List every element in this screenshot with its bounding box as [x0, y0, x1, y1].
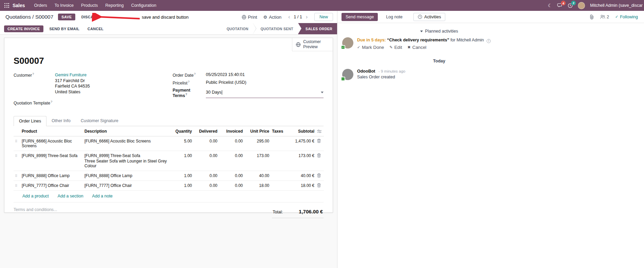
tab-other-info[interactable]: Other Info: [46, 116, 76, 126]
payment-terms-field[interactable]: 30 Days: [206, 88, 324, 98]
order-date-field[interactable]: 05/25/2023 15:40:01: [206, 72, 245, 78]
optional-columns-icon[interactable]: [317, 129, 321, 133]
drag-handle-icon[interactable]: ⠿: [15, 174, 17, 178]
cell-taxes[interactable]: [271, 181, 287, 191]
drag-handle-icon[interactable]: ⠿: [15, 184, 17, 188]
cell-product[interactable]: [FURN_8888] Office Lamp: [20, 171, 83, 181]
app-name[interactable]: Sales: [13, 3, 25, 8]
cell-quantity[interactable]: 1.00: [170, 181, 193, 191]
activities-button[interactable]: 2: [568, 3, 573, 8]
message-author: OdooBot: [357, 69, 375, 74]
main-layout: Quotations / S00007 SAVE DISCARD save an…: [0, 11, 644, 268]
cell-invoiced[interactable]: 0.00: [219, 171, 244, 181]
cell-description[interactable]: [FURN_8999] Three-Seat Sofa Three Seater…: [83, 151, 170, 171]
topbar-right: ☾ 4 2 Mitchell Admin (save_discar: [548, 2, 644, 9]
cell-invoiced[interactable]: 0.00: [219, 151, 244, 171]
menu-orders[interactable]: Orders: [31, 0, 51, 11]
customer-preview-button[interactable]: Customer Preview: [292, 38, 333, 51]
attach-files-button[interactable]: [590, 15, 594, 19]
message-timestamp: - 9 minutes ago: [378, 69, 405, 73]
add-section-link[interactable]: Add a section: [58, 194, 83, 198]
cell-invoiced[interactable]: 0.00: [219, 136, 244, 151]
cancel-button[interactable]: CANCEL: [85, 25, 105, 32]
tab-customer-signature[interactable]: Customer Signature: [76, 116, 123, 126]
cell-delivered[interactable]: 0.00: [193, 181, 219, 191]
step-quotation[interactable]: QUOTATION: [219, 23, 253, 34]
sheet-background: Customer Preview S00007 Customer?: [0, 35, 337, 268]
planned-activities-toggle[interactable]: Planned activities: [337, 26, 541, 36]
annotation-text: save and discard button: [142, 15, 189, 20]
step-sales-order[interactable]: SALES ORDER: [298, 23, 337, 34]
breadcrumb-quotations[interactable]: Quotations: [5, 14, 31, 20]
log-note-button[interactable]: Log note: [384, 13, 405, 21]
discard-button[interactable]: DISCARD: [79, 14, 101, 20]
step-quotation-sent[interactable]: QUOTATION SENT: [253, 23, 298, 34]
drag-handle-icon[interactable]: ⠿: [15, 154, 17, 158]
trash-icon: [317, 139, 321, 143]
delete-row-button[interactable]: [317, 153, 323, 157]
cell-description[interactable]: [FURN_7777] Office Chair: [83, 181, 170, 191]
breadcrumb: Quotations / S00007: [5, 14, 53, 20]
mark-done-button[interactable]: ✓ Mark Done: [357, 45, 384, 50]
pricelist-field[interactable]: Public Pricelist (USD): [206, 80, 246, 85]
terms-and-conditions-field[interactable]: Terms and conditions...: [14, 207, 57, 218]
cell-taxes[interactable]: [271, 171, 287, 181]
cell-invoiced[interactable]: 0.00: [219, 181, 244, 191]
send-by-email-button[interactable]: SEND BY EMAIL: [47, 25, 82, 32]
create-invoice-button[interactable]: CREATE INVOICE: [4, 25, 43, 32]
cancel-activity-button[interactable]: ✖ Cancel: [408, 45, 427, 50]
delete-row-button[interactable]: [317, 139, 323, 143]
print-button[interactable]: Print: [242, 15, 257, 20]
cell-quantity[interactable]: 5.00: [170, 136, 193, 151]
new-button[interactable]: New: [314, 13, 333, 21]
cell-quantity[interactable]: 1.00: [170, 171, 193, 181]
save-button[interactable]: SAVE: [58, 14, 75, 20]
pager-previous-icon[interactable]: ‹: [288, 14, 291, 20]
menu-configuration[interactable]: Configuration: [128, 0, 160, 11]
pricelist-label: Pricelist?: [173, 80, 206, 85]
cell-taxes[interactable]: [271, 151, 287, 171]
cell-description[interactable]: [FURN_8888] Office Lamp: [83, 171, 170, 181]
edit-activity-button[interactable]: ✎ Edit: [389, 45, 402, 50]
drag-handle-icon[interactable]: ⠿: [15, 139, 17, 143]
cell-taxes[interactable]: [271, 136, 287, 151]
header-quantity: Quantity: [170, 126, 193, 136]
handle-column: [14, 126, 20, 136]
menu-to-invoice[interactable]: To Invoice: [51, 0, 77, 11]
apps-menu-icon[interactable]: [4, 3, 9, 8]
cell-product[interactable]: [FURN_7777] Office Chair: [20, 181, 83, 191]
following-button[interactable]: ✓ Following: [615, 15, 638, 19]
messages-button[interactable]: 4: [557, 3, 563, 8]
activities-tab-button[interactable]: Activities: [413, 13, 445, 21]
cell-unit-price[interactable]: 18.00: [244, 181, 271, 191]
cell-quantity[interactable]: 1.00: [170, 151, 193, 171]
delete-row-button[interactable]: [317, 173, 323, 177]
cell-description[interactable]: [FURN_6666] Acoustic Bloc Screens: [83, 136, 170, 151]
info-icon[interactable]: i: [487, 39, 491, 43]
tab-order-lines[interactable]: Order Lines: [14, 116, 46, 126]
customer-address-line3: United States: [55, 89, 90, 95]
cell-product[interactable]: [FURN_6666] Acoustic Bloc Screens: [20, 136, 83, 151]
add-product-link[interactable]: Add a product: [22, 194, 49, 198]
menu-products[interactable]: Products: [77, 0, 101, 11]
cell-delivered[interactable]: 0.00: [193, 136, 219, 151]
menu-reporting[interactable]: Reporting: [101, 0, 127, 11]
send-message-button[interactable]: Send message: [341, 13, 378, 21]
add-note-link[interactable]: Add a note: [92, 194, 113, 198]
user-avatar[interactable]: [578, 2, 585, 9]
cell-unit-price[interactable]: 295.00: [244, 136, 271, 151]
help-marker: ?: [188, 80, 190, 83]
dropdown-caret-icon[interactable]: [321, 92, 324, 93]
user-menu[interactable]: Mitchell Admin (save_discar: [590, 3, 643, 8]
customer-link[interactable]: Gemini Furniture: [55, 72, 90, 78]
cell-delivered[interactable]: 0.00: [193, 151, 219, 171]
cell-product[interactable]: [FURN_8999] Three-Seat Sofa: [20, 151, 83, 171]
followers-button[interactable]: 2: [600, 15, 609, 19]
pager-next-icon[interactable]: ›: [305, 14, 308, 20]
cell-unit-price[interactable]: 173.00: [244, 151, 271, 171]
cell-unit-price[interactable]: 40.00: [244, 171, 271, 181]
dark-mode-toggle[interactable]: ☾: [548, 3, 552, 8]
cell-delivered[interactable]: 0.00: [193, 171, 219, 181]
delete-row-button[interactable]: [317, 183, 323, 187]
action-button[interactable]: ⚙ Action: [263, 15, 281, 20]
